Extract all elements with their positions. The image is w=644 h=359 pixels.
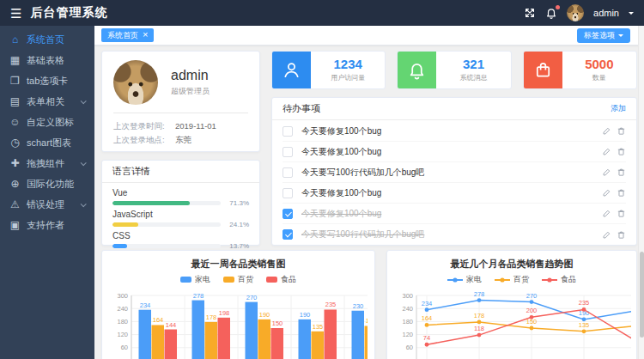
svg-text:120: 120 — [402, 331, 413, 338]
todo-checkbox[interactable] — [283, 229, 293, 240]
todo-text: 今天要写100行代码加几个bug吧 — [301, 228, 593, 240]
close-icon[interactable]: × — [143, 30, 148, 40]
hamburger-menu-icon[interactable]: ☰ — [10, 7, 21, 20]
todo-actions — [602, 209, 626, 218]
edit-icon[interactable] — [602, 147, 611, 156]
svg-text:235: 235 — [579, 299, 590, 307]
legend-swatch — [180, 277, 191, 283]
line-chart-card: 最近几个月各品类销售趋势图 家电百货食品 0601201802403002342… — [386, 250, 637, 359]
tab-label: 系统首页 — [107, 30, 138, 41]
delete-icon[interactable] — [617, 209, 626, 218]
sidebar-item-drag[interactable]: ✚拖拽组件 — [0, 153, 94, 173]
edit-icon[interactable] — [602, 126, 611, 136]
header-actions: admin — [524, 4, 634, 21]
chevron-down-icon — [81, 201, 87, 207]
tab-home[interactable]: 系统首页 × — [101, 28, 154, 42]
svg-text:234: 234 — [140, 301, 151, 309]
sidebar-item-label: 错误处理 — [27, 198, 64, 211]
sidebar-item-label: 拖拽组件 — [27, 157, 64, 170]
sidebar-item-error[interactable]: ⚠错误处理 — [0, 194, 94, 215]
progress-track — [112, 244, 221, 248]
profile-role: 超级管理员 — [171, 86, 210, 97]
todo-item: 今天要修复100个bug — [283, 204, 626, 224]
todo-checkbox[interactable] — [283, 126, 293, 137]
scrollbar-thumb[interactable] — [640, 252, 644, 338]
bag-icon — [524, 52, 562, 88]
topbar: ☰ 后台管理系统 admin — [0, 0, 644, 26]
legend-label: 食品 — [281, 274, 296, 285]
svg-text:178: 178 — [206, 313, 217, 321]
language-progress-vue: Vue71.3% — [112, 188, 249, 207]
user-icon — [272, 52, 311, 88]
sidebar-item-i18n[interactable]: ⊕国际化功能 — [0, 173, 94, 194]
todo-actions — [602, 147, 626, 156]
bar-chart-legend: 家电百货食品 — [109, 274, 368, 285]
svg-text:120: 120 — [117, 331, 128, 338]
notification-bell-icon[interactable] — [545, 7, 557, 19]
todo-checkbox[interactable] — [283, 167, 293, 178]
legend-entry-百货: 百货 — [495, 274, 529, 285]
svg-text:270: 270 — [526, 292, 538, 300]
edit-icon[interactable] — [602, 230, 611, 240]
progress-fill — [112, 244, 127, 248]
delete-icon[interactable] — [617, 167, 626, 177]
language-progress-javascript: JavaScript24.1% — [112, 210, 249, 228]
tag-options-button[interactable]: 标签选项 — [577, 28, 630, 43]
todo-text: 今天要修复100个bug — [301, 187, 593, 199]
fullscreen-icon[interactable] — [524, 7, 536, 19]
svg-text:240: 240 — [402, 305, 413, 313]
chevron-down-icon — [618, 34, 623, 40]
sidebar-item-form[interactable]: ▤表单相关 — [0, 91, 94, 112]
todo-text: 今天要修复100个bug — [301, 146, 593, 158]
progress-row: 13.7% — [112, 242, 249, 250]
bar-chart: 0601201802403002342782701902301641781901… — [109, 287, 368, 359]
svg-text:230: 230 — [353, 302, 364, 310]
delete-icon[interactable] — [617, 126, 626, 136]
user-menu[interactable]: admin — [593, 8, 619, 18]
line-chart-legend: 家电百货食品 — [394, 274, 629, 285]
sidebar-item-tabs[interactable]: ❐tab选项卡 — [0, 70, 94, 91]
notification-badge — [556, 5, 560, 9]
add-todo-link[interactable]: 添加 — [611, 103, 626, 114]
delete-icon[interactable] — [617, 230, 626, 240]
chevron-down-icon — [81, 160, 87, 166]
clock-icon: ◷ — [9, 137, 21, 148]
edit-icon[interactable] — [602, 209, 611, 218]
sidebar-item-schart[interactable]: ◷schart图表 — [0, 132, 94, 153]
legend-entry-家电: 家电 — [180, 274, 210, 285]
todo-checkbox[interactable] — [283, 188, 293, 198]
sidebar-item-home[interactable]: ⌂系统首页 — [0, 29, 94, 50]
progress-row: 71.3% — [112, 199, 249, 207]
language-card-title: 语言详情 — [112, 165, 150, 178]
svg-text:164: 164 — [153, 316, 164, 324]
todo-text: 今天要修复100个bug — [301, 208, 593, 220]
tab-bar: 系统首页 × 标签选项 — [94, 26, 644, 46]
edit-icon[interactable] — [602, 167, 611, 177]
stat-value: 1234 — [333, 58, 361, 72]
progress-percent: 24.1% — [226, 221, 249, 228]
page-scrollbar[interactable] — [638, 26, 644, 359]
todo-item: 今天要修复100个bug — [283, 183, 626, 204]
delete-icon[interactable] — [617, 147, 626, 156]
svg-text:60: 60 — [121, 344, 128, 351]
legend-swatch — [223, 277, 234, 283]
sidebar-item-donate[interactable]: ▣支持作者 — [0, 215, 94, 235]
sidebar-item-label: 支持作者 — [27, 219, 64, 232]
svg-text:190: 190 — [300, 311, 311, 319]
edit-icon[interactable] — [602, 188, 611, 198]
todo-actions — [602, 167, 626, 177]
profile-avatar — [113, 60, 158, 105]
sidebar-item-table[interactable]: ▦基础表格 — [0, 50, 94, 70]
svg-text:178: 178 — [474, 312, 485, 319]
progress-fill — [112, 201, 190, 205]
svg-text:270: 270 — [246, 294, 258, 301]
progress-track — [112, 201, 221, 205]
delete-icon[interactable] — [617, 188, 626, 198]
sidebar-item-custom-icon[interactable]: ☺自定义图标 — [0, 112, 94, 132]
form-icon: ▤ — [9, 96, 21, 106]
user-avatar[interactable] — [567, 4, 584, 21]
todo-checkbox[interactable] — [283, 147, 293, 157]
legend-label: 家电 — [466, 274, 482, 285]
todo-checkbox[interactable] — [283, 209, 293, 219]
last-login-place-row: 上次登录地点: 东莞 — [113, 133, 248, 147]
